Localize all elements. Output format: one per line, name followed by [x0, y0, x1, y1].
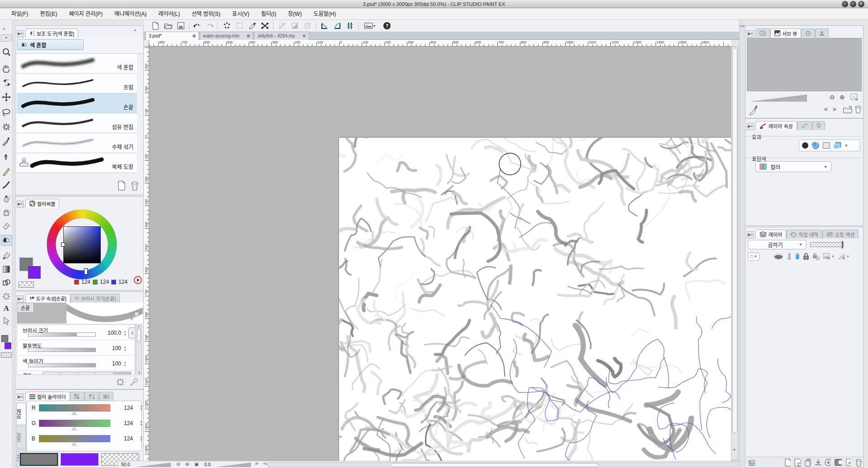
- menu-layer[interactable]: 레이어(L): [152, 9, 186, 19]
- halftone-effect-icon[interactable]: [823, 142, 830, 149]
- tool-settings-wrench-icon[interactable]: [129, 378, 138, 387]
- subview-delete-icon[interactable]: [854, 105, 862, 114]
- color-mode-toggle-icon[interactable]: [134, 276, 142, 284]
- rotate-cw-icon[interactable]: ↷: [263, 462, 267, 467]
- subtool-item-6[interactable]: 복제 도장: [17, 153, 137, 173]
- menu-animation[interactable]: 애니메이션(A): [108, 9, 152, 19]
- layer-panel-menu-icon[interactable]: ▶≡: [747, 231, 754, 239]
- saturation-value-box[interactable]: [63, 226, 101, 263]
- zoom-out-icon[interactable]: ⊖: [176, 462, 180, 467]
- undo-icon[interactable]: [192, 21, 203, 31]
- zoom-slider[interactable]: [136, 463, 171, 467]
- strip-foreground-swatch[interactable]: [1, 335, 8, 342]
- draft-pencil-icon[interactable]: [795, 253, 800, 261]
- auto-action-tab[interactable]: 오토 액션: [822, 229, 859, 239]
- document-tab-2[interactable]: water-pouring-into: [200, 32, 253, 40]
- quick-access-tab[interactable]: [801, 28, 815, 37]
- document-tab-1[interactable]: 3.psd*: [146, 32, 199, 40]
- subview-zoom-in-icon[interactable]: ⊕: [840, 94, 845, 101]
- mask-icon[interactable]: [289, 21, 300, 31]
- subtool-panel-tab[interactable]: 보조 도구[색 혼합]: [25, 28, 78, 37]
- blend-tool-icon[interactable]: [1, 235, 12, 246]
- subtool-item-2[interactable]: 흐림: [17, 74, 137, 94]
- zoom-value[interactable]: 50.0: [121, 462, 130, 467]
- opacity-slider-handle[interactable]: [842, 241, 843, 248]
- strip-transparent-swatch[interactable]: [1, 352, 12, 358]
- redo-icon[interactable]: [204, 21, 215, 31]
- opacity-spinner[interactable]: ▲▼: [123, 346, 127, 352]
- material-tab[interactable]: [815, 28, 829, 37]
- decoration-tool-icon[interactable]: [1, 207, 12, 218]
- fit-to-screen-icon[interactable]: ▣: [194, 462, 198, 467]
- layer-property-tab[interactable]: 레이어 속성: [755, 121, 797, 130]
- menu-window[interactable]: 창(W): [282, 9, 307, 19]
- effect-dropdown-icon[interactable]: ▼: [844, 144, 848, 148]
- pencil-tool-icon[interactable]: [1, 166, 12, 177]
- subview-fit-icon[interactable]: [850, 94, 859, 102]
- r-slider-value[interactable]: 124: [117, 405, 133, 411]
- object-tool-icon[interactable]: [1, 315, 12, 326]
- hardness-segments[interactable]: [42, 372, 131, 375]
- magic-wand-tool-icon[interactable]: [1, 122, 12, 132]
- fill-tool-icon[interactable]: [1, 250, 12, 261]
- toolprop-panel-menu-icon[interactable]: ▶≡: [17, 295, 24, 303]
- navigator-tab[interactable]: [755, 28, 770, 37]
- subview-prev-icon[interactable]: ◀: [823, 106, 827, 112]
- menu-file[interactable]: 파일(F): [5, 9, 34, 19]
- layer-panel-stack-icon[interactable]: [748, 459, 755, 466]
- subview-open-icon[interactable]: [843, 106, 852, 113]
- new-layer-icon[interactable]: [785, 459, 791, 467]
- menu-page-manage[interactable]: 페이지 관리(P): [63, 9, 108, 19]
- strip-background-swatch[interactable]: [5, 342, 11, 349]
- hue-cursor[interactable]: [84, 268, 88, 275]
- move-tool-icon[interactable]: [1, 92, 12, 103]
- subview-next-icon[interactable]: ▶: [833, 106, 837, 112]
- selection-launcher-icon[interactable]: [302, 21, 313, 31]
- toolprop-scrollbar[interactable]: ▲▼: [136, 324, 142, 375]
- menu-filter[interactable]: 필터(I): [255, 9, 282, 19]
- vertical-scrollbar[interactable]: ▼: [731, 47, 738, 461]
- document-tab-3[interactable]: Jellyfish - 4294.mp ✕: [254, 32, 309, 40]
- layer-color-effect-icon[interactable]: [833, 142, 841, 149]
- tool-property-tab[interactable]: 도구 속성[손끝]: [25, 294, 71, 303]
- document-canvas[interactable]: [339, 138, 731, 461]
- new-file-icon[interactable]: [150, 21, 161, 31]
- help-icon[interactable]: ?: [382, 21, 392, 31]
- opacity-slider[interactable]: [28, 348, 96, 352]
- subtool-item-1[interactable]: 색 혼합: [17, 54, 137, 74]
- preview-wrench-icon[interactable]: [129, 311, 140, 322]
- opacity-value[interactable]: 100: [100, 345, 121, 351]
- b-slider-value[interactable]: 124: [117, 435, 133, 442]
- zoom-in-icon[interactable]: ⊕: [185, 462, 189, 467]
- view-settings-icon[interactable]: ▼: [362, 21, 378, 31]
- tone-effect-icon[interactable]: [811, 141, 820, 150]
- frame-border-tool-icon[interactable]: [1, 291, 12, 302]
- brush-size-spinner[interactable]: ▲▼: [123, 330, 127, 337]
- g-spinner[interactable]: ▲▼: [139, 420, 143, 426]
- eyedropper-tool-icon[interactable]: [1, 136, 12, 147]
- open-file-icon[interactable]: [163, 21, 174, 31]
- save-icon[interactable]: [175, 21, 186, 31]
- g-slider[interactable]: [39, 420, 110, 427]
- deselect-icon[interactable]: [222, 21, 232, 31]
- selection-area-stock-icon[interactable]: [774, 253, 783, 260]
- r-slider[interactable]: [39, 404, 110, 412]
- rgb-mode-tab[interactable]: RGB: [16, 402, 26, 425]
- new-folder-icon[interactable]: [805, 459, 811, 467]
- create-subtool-icon[interactable]: [117, 180, 126, 191]
- subview-eyedropper-icon[interactable]: [749, 105, 757, 115]
- subview-image-area[interactable]: [747, 38, 862, 91]
- collapse-toolstrip-icon[interactable]: «: [3, 26, 5, 31]
- brush-size-value[interactable]: 100.0: [100, 330, 121, 336]
- select-area-icon[interactable]: [234, 21, 245, 31]
- subtool-item-4[interactable]: 섬유 번짐: [17, 113, 137, 133]
- colorslider-panel-menu-icon[interactable]: ▶≡: [17, 393, 24, 401]
- g-slider-thumb[interactable]: [71, 427, 77, 431]
- tab-close-icon[interactable]: ✕: [302, 33, 306, 38]
- canvas-viewport[interactable]: [149, 47, 731, 461]
- minimize-button[interactable]: –: [842, 1, 848, 7]
- color-slider-tab[interactable]: 컬러 슬라이더: [25, 392, 70, 401]
- snap-ruler-icon[interactable]: [319, 21, 330, 31]
- subview-zoom-out-icon[interactable]: ⊖: [830, 94, 835, 101]
- lock-transparent-icon[interactable]: [812, 253, 820, 260]
